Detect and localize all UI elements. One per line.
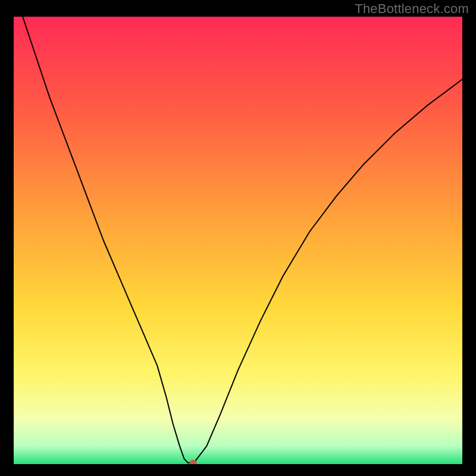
gradient-background bbox=[14, 17, 462, 464]
attribution-text: TheBottleneck.com bbox=[355, 1, 469, 17]
bottleneck-chart bbox=[14, 17, 462, 464]
chart-frame: TheBottleneck.com bbox=[0, 0, 476, 476]
